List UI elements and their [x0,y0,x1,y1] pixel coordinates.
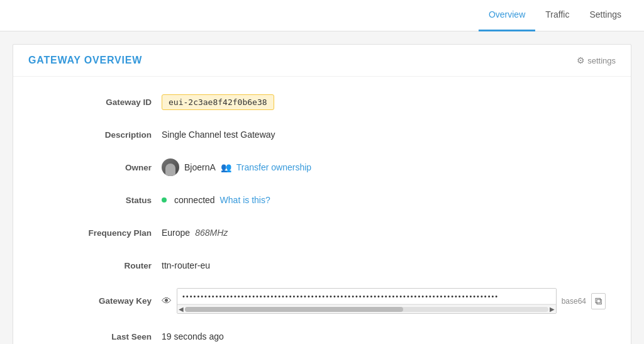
transfer-ownership-link[interactable]: Transfer ownership [236,162,311,172]
last-seen-row: Last Seen 19 seconds ago [38,326,606,344]
owner-value: BjoernA 👥 Transfer ownership [162,158,311,176]
tab-overview[interactable]: Overview [479,0,535,31]
transfer-icon: 👥 [221,162,231,172]
frequency-plan-row: Frequency Plan Europe 868MHz [38,223,606,243]
gateway-key-scrollbar[interactable]: ◀ ▶ [177,304,556,313]
tab-traffic[interactable]: Traffic [535,0,579,31]
base64-label: base64 [562,297,586,306]
avatar-inner [162,158,179,176]
description-text: Single Channel test Gateway [162,130,275,140]
gear-icon: ⚙ [577,55,585,65]
gateway-key-container: 👁 ••••••••••••••••••••••••••••••••••••••… [162,288,606,314]
page-title: GATEWAY OVERVIEW [28,55,142,66]
settings-link-label: settings [587,56,616,65]
scrollbar-left-arrow[interactable]: ◀ [179,306,184,313]
scrollbar-right-arrow[interactable]: ▶ [550,306,555,313]
owner-label: Owner [38,163,152,172]
status-connected-dot [162,197,167,203]
status-row: Status connected What is this? [38,190,606,210]
last-seen-text: 19 seconds ago [162,331,224,341]
fields-container: Gateway ID eui-2c3ae8f42f0b6e38 Descript… [13,77,631,344]
owner-name: BjoernA [184,162,216,172]
description-value: Single Channel test Gateway [162,130,275,140]
last-seen-value: 19 seconds ago [162,331,224,341]
last-seen-label: Last Seen [38,332,152,341]
gateway-key-label: Gateway Key [38,296,152,306]
router-row: Router ttn-router-eu [38,255,606,275]
frequency-plan-value: Europe 868MHz [162,228,228,238]
section-header: GATEWAY OVERVIEW ⚙ settings [13,45,631,77]
router-label: Router [38,261,152,270]
status-text: connected [174,195,215,205]
status-value: connected What is this? [162,195,270,205]
gateway-key-scrollable[interactable]: ••••••••••••••••••••••••••••••••••••••••… [177,288,557,314]
gateway-id-row: Gateway ID eui-2c3ae8f42f0b6e38 [38,92,606,112]
router-value: ttn-router-eu [162,260,210,270]
copy-icon[interactable]: ⧉ [591,293,606,309]
tab-settings[interactable]: Settings [579,0,631,31]
status-label: Status [38,196,152,205]
main-content-card: GATEWAY OVERVIEW ⚙ settings Gateway ID e… [13,44,631,344]
avatar [162,158,179,176]
gateway-key-row: Gateway Key 👁 ••••••••••••••••••••••••••… [38,288,606,314]
frequency-plan-label: Frequency Plan [38,228,152,238]
avatar-silhouette [165,164,175,176]
description-row: Description Single Channel test Gateway [38,125,606,145]
frequency-region: Europe [162,228,190,238]
router-text: ttn-router-eu [162,260,210,270]
gateway-id-badge: eui-2c3ae8f42f0b6e38 [162,94,274,110]
gateway-id-label: Gateway ID [38,97,152,107]
description-label: Description [38,130,152,140]
settings-link[interactable]: ⚙ settings [577,55,616,65]
gateway-id-value: eui-2c3ae8f42f0b6e38 [162,94,274,110]
eye-icon[interactable]: 👁 [162,296,172,307]
what-is-this-link[interactable]: What is this? [220,195,270,205]
gateway-key-dots: ••••••••••••••••••••••••••••••••••••••••… [177,289,556,304]
scrollbar-thumb[interactable] [185,307,403,312]
top-navigation: Overview Traffic Settings [0,0,644,31]
frequency-mhz: 868MHz [195,228,228,238]
scrollbar-track[interactable] [185,307,548,312]
owner-row: Owner BjoernA 👥 Transfer ownership [38,157,606,177]
